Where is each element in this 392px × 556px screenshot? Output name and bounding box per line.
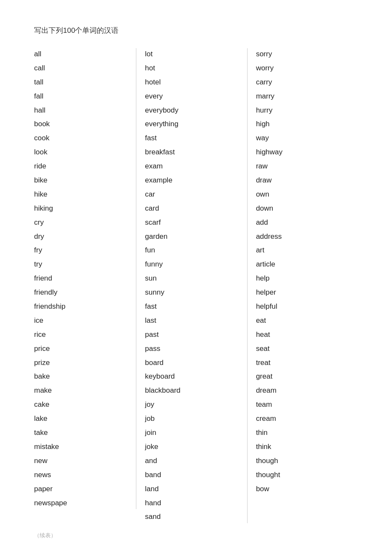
word-item: lake [34, 413, 127, 425]
word-item: thought [256, 469, 349, 481]
word-item: down [256, 203, 349, 215]
word-item: look [34, 146, 127, 159]
word-item: friendship [34, 301, 127, 313]
word-item: hiking [34, 203, 127, 215]
word-item: helpful [256, 301, 349, 313]
word-item: book [34, 118, 127, 130]
word-item: hall [34, 104, 127, 117]
word-item: sand [145, 511, 238, 523]
word-item: pass [145, 343, 238, 355]
word-item: article [256, 258, 349, 271]
word-item: fast [145, 132, 238, 145]
word-item: newspape [34, 497, 127, 510]
word-item: own [256, 188, 349, 201]
word-item: help [256, 272, 349, 285]
word-item: garden [145, 231, 238, 243]
word-item: every [145, 90, 238, 103]
word-item: ice [34, 315, 127, 327]
word-item: art [256, 244, 349, 257]
word-item: try [34, 258, 127, 271]
word-item: car [145, 188, 238, 201]
word-item: bike [34, 174, 127, 187]
word-item: highway [256, 146, 349, 159]
word-item: eat [256, 315, 349, 327]
word-item: land [145, 483, 238, 495]
word-item: dry [34, 231, 127, 243]
word-item: hurry [256, 104, 349, 117]
word-item: breakfast [145, 146, 238, 159]
word-item: tall [34, 76, 127, 89]
word-item: ride [34, 160, 127, 173]
word-item: cake [34, 399, 127, 411]
word-item: sun [145, 272, 238, 285]
word-item: blackboard [145, 385, 238, 397]
word-item: dream [256, 385, 349, 397]
word-item: fry [34, 244, 127, 257]
word-item: address [256, 231, 349, 243]
word-item: add [256, 217, 349, 229]
word-item: make [34, 385, 127, 397]
word-item: joke [145, 441, 238, 453]
word-item: band [145, 469, 238, 481]
word-item: team [256, 399, 349, 411]
word-item: bow [256, 483, 349, 495]
word-item: fun [145, 244, 238, 257]
word-item: new [34, 455, 127, 467]
word-item: sunny [145, 287, 238, 299]
column-2: lothothoteleveryeverybodyeverythingfastb… [145, 48, 247, 523]
word-item: news [34, 469, 127, 481]
page-title: 写出下列100个单词的汉语 [34, 26, 358, 35]
word-item: fast [145, 301, 238, 313]
word-item: cook [34, 132, 127, 145]
word-item: price [34, 343, 127, 355]
word-item: mistake [34, 441, 127, 453]
word-item: friend [34, 272, 127, 285]
word-item: think [256, 441, 349, 453]
word-item: marry [256, 90, 349, 103]
word-item: join [145, 427, 238, 439]
word-item: seat [256, 343, 349, 355]
word-item: hot [145, 62, 238, 75]
word-item: way [256, 132, 349, 145]
word-item: everybody [145, 104, 238, 117]
word-item: prize [34, 357, 127, 369]
footer-note: （续表） [34, 532, 358, 539]
word-item: high [256, 118, 349, 130]
word-item: job [145, 413, 238, 425]
word-item: draw [256, 174, 349, 187]
word-item: call [34, 62, 127, 75]
word-item: example [145, 174, 238, 187]
word-item: sorry [256, 48, 349, 61]
column-1: allcalltallfallhallbookcooklookridebikeh… [34, 48, 136, 509]
word-item: take [34, 427, 127, 439]
word-item: treat [256, 357, 349, 369]
word-item: though [256, 455, 349, 467]
word-item: rice [34, 329, 127, 341]
word-item: cry [34, 217, 127, 229]
word-item: everything [145, 118, 238, 130]
word-item: card [145, 203, 238, 215]
word-item: and [145, 455, 238, 467]
word-item: funny [145, 258, 238, 271]
word-item: fall [34, 90, 127, 103]
word-item: hotel [145, 76, 238, 89]
word-item: all [34, 48, 127, 61]
word-item: cream [256, 413, 349, 425]
column-3: sorryworrycarrymarryhurryhighwayhighwayr… [256, 48, 358, 495]
word-item: joy [145, 399, 238, 411]
word-item: friendly [34, 287, 127, 299]
word-item: exam [145, 160, 238, 173]
word-item: past [145, 329, 238, 341]
word-item: scarf [145, 217, 238, 229]
word-item: board [145, 357, 238, 369]
word-item: thin [256, 427, 349, 439]
word-item: helper [256, 287, 349, 299]
word-item: bake [34, 371, 127, 383]
word-item: worry [256, 62, 349, 75]
word-item: raw [256, 160, 349, 173]
word-item: lot [145, 48, 238, 61]
columns-wrapper: allcalltallfallhallbookcooklookridebikeh… [34, 48, 358, 523]
word-item: hike [34, 188, 127, 201]
word-item: heat [256, 329, 349, 341]
word-item: hand [145, 497, 238, 510]
